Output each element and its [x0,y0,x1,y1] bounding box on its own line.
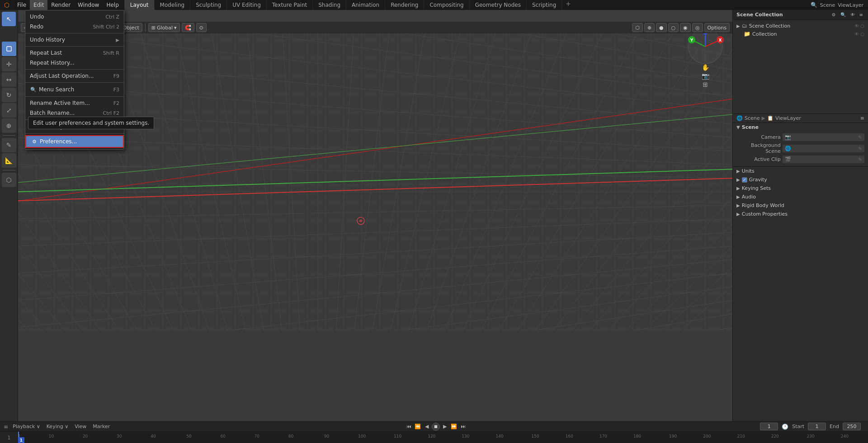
keying-sets-section[interactable]: ▶ Keying Sets [733,184,868,193]
start-frame-display[interactable]: 1 [808,423,826,430]
menu-lock-object-modes[interactable]: ✓ Lock Object Modes [25,121,124,132]
left-toolbar: ↖ ✛ ↔ ↻ ⤢ ⊕ ✎ 📐 ⬡ [0,10,18,421]
tab-layout[interactable]: Layout [125,0,155,10]
timeline-track[interactable]: 1 1 10 20 30 40 50 60 70 80 90 100 110 1… [0,432,868,443]
menu-edit[interactable]: Edit [30,0,47,10]
sc-filter2-btn[interactable]: ≡ [858,12,864,18]
lock-modes-checkbox[interactable]: ✓ [30,123,37,130]
tool-cursor-main[interactable]: ✛ [2,57,16,71]
tab-modeling[interactable]: Modeling [155,0,191,10]
rigid-body-world-section[interactable]: ▶ Rigid Body World [733,201,868,210]
viewport-gizmo[interactable]: Z X Y ✋ 📷 ⊞ [685,26,726,88]
tab-add[interactable]: + [562,0,575,10]
timeline-menu-marker[interactable]: Marker [91,424,112,429]
proportional-btn[interactable]: ⊙ [196,23,207,32]
menu-help[interactable]: Help [103,0,122,10]
frame-label-130: 130 [462,433,469,439]
snap-btn[interactable]: 🧲 [182,23,194,32]
frame-start-marker[interactable]: 1 [18,437,24,443]
audio-section[interactable]: ▶ Audio [733,193,868,201]
viewport-shading-wire[interactable]: ○ [668,23,679,32]
col-visibility-icon[interactable]: 👁 [854,32,859,37]
tab-scripting[interactable]: Scripting [527,0,562,10]
menu-redo[interactable]: Redo Shift Ctrl 2 [25,22,124,32]
sc-visibility-icon[interactable]: 👁 [854,24,859,28]
tab-shading[interactable]: Shading [313,0,346,10]
menu-undo-history[interactable]: Undo History ▶ [25,35,124,45]
tool-select-box[interactable] [2,42,16,56]
menu-repeat-history[interactable]: Repeat History... [25,58,124,68]
tl-step-back[interactable]: ⏪ [414,423,422,431]
collection-item[interactable]: 📁 Collection 👁 ○ [733,30,868,38]
tool-add[interactable]: ⬡ [2,173,16,187]
tl-jump-start[interactable]: ⏮ [405,423,413,431]
menu-batch-rename[interactable]: Batch Rename... Ctrl F2 [25,108,124,118]
viewport-3d[interactable]: Z X Y ✋ 📷 ⊞ [18,22,732,421]
tool-measure[interactable]: 📐 [2,153,16,168]
menu-render[interactable]: Render [47,0,74,10]
tool-annotate[interactable]: ✎ [2,138,16,152]
tool-rotate[interactable]: ↻ [2,88,16,102]
tl-step-fwd[interactable]: ⏩ [450,423,458,431]
tool-move[interactable]: ↔ [2,72,16,87]
gizmo-btn[interactable]: ⊕ [644,23,655,32]
tl-next-key[interactable]: ▶ [441,423,449,431]
tab-uv-editing[interactable]: UV Editing [227,0,267,10]
scene-collection-root[interactable]: ▶ 🗂 Scene Collection 👁 ○ [733,22,868,30]
viewport-shading-mat[interactable]: ◉ [680,23,691,32]
custom-properties-section[interactable]: ▶ Custom Properties [733,210,868,218]
viewport-shading-solid[interactable]: ● [656,23,667,32]
app-logo[interactable]: ⬡ [0,0,14,10]
gravity-checkbox[interactable]: ✓ [742,177,747,183]
timeline-menu-view[interactable]: View [73,424,88,429]
active-clip-value[interactable]: 🎬 ✎ [783,156,864,163]
options-btn[interactable]: Options [704,23,730,32]
tab-sculpting[interactable]: Sculpting [190,0,227,10]
sc-filter-btn[interactable]: ⚙ [830,12,837,18]
gravity-section[interactable]: ▶ ✓ Gravity [733,175,868,184]
tl-jump-end[interactable]: ⏭ [459,423,467,431]
svg-point-11 [357,217,364,225]
camera-edit-icon[interactable]: ✎ [859,135,862,140]
tool-scale[interactable]: ⤢ [2,103,16,118]
overlay-btn[interactable]: ⬡ [632,23,643,32]
scene-section-header[interactable]: ▼ Scene [733,123,868,132]
tab-geometry-nodes[interactable]: Geometry Nodes [470,0,527,10]
menu-file[interactable]: File [14,0,30,10]
bg-scene-value[interactable]: 🌐 ✎ [783,145,864,152]
tl-play-stop[interactable]: ⏹ [432,423,440,431]
menu-adjust-last-op[interactable]: Adjust Last Operation... F9 [25,71,124,81]
col-render-icon[interactable]: ○ [860,32,864,37]
gizmo-ortho[interactable]: ⊞ [703,81,708,88]
sc-render-icon[interactable]: ○ [860,24,864,28]
menu-preferences[interactable]: ⚙ Preferences... [25,135,124,148]
menu-rename-active[interactable]: Rename Active Item... F2 [25,98,124,108]
tl-prev-key[interactable]: ◀ [423,423,431,431]
gizmo-pan[interactable]: ✋ [702,64,709,71]
tab-compositing[interactable]: Compositing [424,0,469,10]
tab-rendering[interactable]: Rendering [385,0,424,10]
tab-animation[interactable]: Animation [346,0,385,10]
transform-global[interactable]: ⊞ Global ▾ [148,23,180,32]
tool-cursor[interactable]: ↖ [2,12,16,26]
tool-transform[interactable]: ⊕ [2,118,16,133]
current-frame-display[interactable]: 1 [760,423,778,430]
sc-search-btn[interactable]: 🔍 [839,12,847,18]
scene-section: ▼ Scene Camera 📷 ✎ Background Scene 🌐 [733,123,868,167]
menu-search[interactable]: 🔍 Menu Search F3 [25,84,124,95]
camera-value[interactable]: 📷 ✎ [783,133,864,141]
menu-window[interactable]: Window [74,0,103,10]
menu-undo[interactable]: Undo Ctrl Z [25,12,124,22]
sc-eye-btn[interactable]: 👁 [849,12,856,18]
gizmo-camera[interactable]: 📷 [702,72,709,80]
bg-edit-icon[interactable]: ✎ [859,146,862,151]
units-section[interactable]: ▶ Units [733,167,868,175]
end-frame-display[interactable]: 250 [843,423,861,430]
clip-edit-icon[interactable]: ✎ [859,157,862,162]
viewport-shading-render[interactable]: ◎ [692,23,703,32]
props-filter-btn[interactable]: ≡ [860,115,864,121]
menu-repeat-last[interactable]: Repeat Last Shift R [25,48,124,58]
timeline-menu-playback[interactable]: Playback ∨ [11,424,42,429]
timeline-menu-keying[interactable]: Keying ∨ [45,424,71,429]
tab-texture-paint[interactable]: Texture Paint [267,0,313,10]
